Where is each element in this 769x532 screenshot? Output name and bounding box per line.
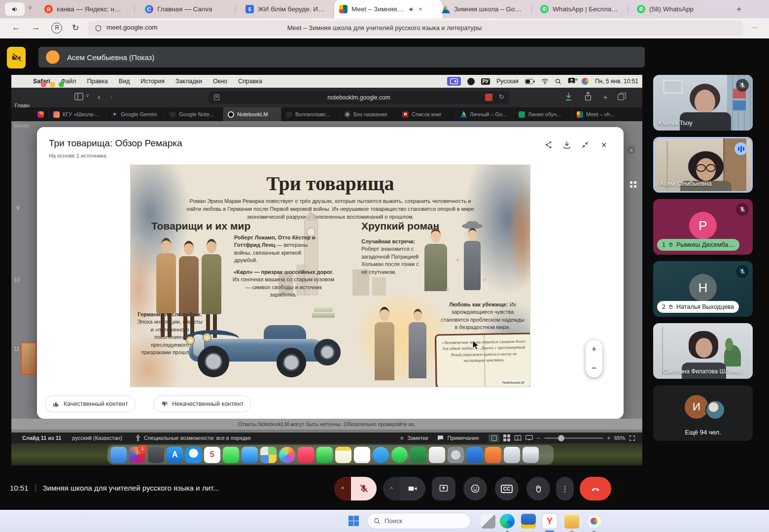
dock-icon-notes[interactable] [335,447,351,463]
reader-icon[interactable] [213,94,220,100]
dock-icon-trash[interactable] [523,447,539,463]
share-icon[interactable] [584,92,592,101]
dock-icon-photos-pinwheel[interactable] [279,447,295,463]
document-language[interactable]: русский (Казахстан) [72,435,122,441]
dock-icon-finder[interactable] [110,447,127,463]
dock-icon-pages[interactable] [429,447,445,463]
filmstrip-thumbnail-11[interactable] [21,342,36,375]
raise-hand-button[interactable] [526,477,550,500]
more-participants-tile[interactable]: И Ещё 94 чел. [653,385,753,441]
zoom-window-button[interactable] [59,82,64,87]
slide-counter[interactable]: Слайд 11 из 11 [22,435,61,441]
close-window-button[interactable] [41,82,46,87]
safari-tab-4[interactable]: Волоколамс... [281,107,340,121]
taskbar-icon-edge[interactable] [500,514,515,529]
browser-tab-meet-active[interactable]: Meet – Зимняя школ × [334,0,443,18]
dock-icon-photos[interactable]: 1 [129,447,145,463]
dock-icon-music[interactable] [298,447,314,463]
dock-icon-safari[interactable] [185,447,202,463]
browser-tab-yandex[interactable]: Я канва — Яндекс: нашлась [39,0,143,18]
safari-forward-icon[interactable]: › [110,93,112,101]
taskbar-icon-yandex-browser[interactable]: Y [542,514,557,529]
menu-window[interactable]: Окно [213,78,227,85]
tab-close-icon[interactable]: × [419,5,422,13]
participant-tile-natalya[interactable]: Н 2 Наталья Выходцева [653,261,753,317]
downloads-icon[interactable] [564,92,573,101]
zoom-in-button[interactable]: + [592,344,597,355]
blocker-badge[interactable] [485,94,492,101]
good-content-button[interactable]: Качественный контент [45,396,136,412]
input-language-label[interactable]: Русская [496,78,519,85]
dock-icon-system-settings[interactable] [448,447,464,463]
collapse-button[interactable] [579,139,591,151]
safari-tab-7[interactable]: Личный – Go... [456,107,514,121]
safari-tab-6[interactable]: RСписок книг [398,107,456,121]
dock-icon-books[interactable] [485,447,501,463]
minimize-window-button[interactable] [50,82,55,87]
zoom-slider[interactable] [544,437,603,439]
safari-tab-0[interactable]: КГУ «Школа-... [49,107,107,121]
dock-icon-messages[interactable] [223,447,239,463]
dock-icon-app-store[interactable]: A [167,447,183,463]
pinned-tab[interactable] [33,107,49,121]
panel-grid-icon[interactable] [630,181,636,188]
reactions-button[interactable] [463,477,487,500]
safari-address-bar[interactable]: notebooklm.google.com ↻ [209,91,509,104]
safari-tab-3-active[interactable]: NotebookLM [223,107,281,121]
dock-icon-telegram[interactable] [373,447,389,463]
captions-button[interactable]: CC [495,477,519,500]
windows-start-button[interactable] [349,516,359,526]
mic-options-button[interactable]: ^ [334,477,351,500]
browser-tab-whatsapp1[interactable]: ✆ WhatsApp | Бесплатный з [535,0,636,18]
dock-icon-keynote[interactable] [466,447,483,463]
taskbar-icon-widgets[interactable] [481,514,495,529]
comments-toggle[interactable]: Примечания [448,435,479,441]
fullscreen-icon[interactable] [629,435,635,441]
canvas-zoom-control[interactable]: + − [586,340,602,377]
screen-sharing-icon[interactable] [447,77,461,86]
safari-new-tab-icon[interactable]: + [603,93,608,102]
dock-icon-launchpad[interactable] [148,447,164,463]
participant-tile-rymkesh[interactable]: Р 1 Рымкеш Дюсембаева [653,199,753,255]
share-button[interactable] [543,139,555,151]
control-center-icon[interactable] [582,78,589,85]
filmstrip-slide-10[interactable]: 10 [14,277,20,283]
browser-tab-drive[interactable]: Зимняя школа – Google Д [437,0,540,18]
notes-toggle[interactable]: Заметки [408,435,428,441]
zoom-out-icon[interactable]: − [537,435,540,441]
safari-tab-5[interactable]: ⊘Без названия [340,107,398,121]
dock-icon-sheets[interactable] [410,447,426,463]
tab-audio-button[interactable] [5,2,25,16]
dock-icon-reminders[interactable] [354,447,370,463]
menu-clock[interactable]: Пн, 5 янв. 10:51 [595,78,638,85]
present-button[interactable] [432,477,455,500]
browser-tab-canva[interactable]: C Главная — Canva [140,0,241,18]
dock-icon-maps[interactable] [260,447,277,463]
new-tab-button[interactable]: + [733,3,745,16]
menu-bookmarks[interactable]: Закладки [175,78,202,85]
dock-icon-preview[interactable] [504,447,520,463]
comments-icon[interactable] [437,435,444,441]
zoom-out-button[interactable]: − [592,363,597,373]
sidebar-icon[interactable] [74,93,83,100]
filmstrip-slide-11[interactable]: 11 [14,346,19,352]
bad-content-button[interactable]: Некачественный контент [153,396,251,412]
book-view-icon[interactable] [514,435,522,441]
camera-options-button[interactable]: ^ [383,477,400,500]
shield-menu-icon[interactable] [467,78,475,85]
tab-sound-icon[interactable] [409,6,415,12]
sidebar-chevron-icon[interactable]: v [86,93,89,98]
download-button[interactable] [561,139,573,151]
more-icon[interactable]: ⋯ [751,24,758,31]
safari-tab-8[interactable]: Линия обуч... [514,107,572,121]
dock-icon-facetime[interactable] [316,447,333,463]
menu-history[interactable]: История [140,78,164,85]
filmstrip-slide-9[interactable]: 9 [16,205,19,211]
taskbar-icon-explorer[interactable] [564,514,579,529]
safari-tab-9[interactable]: Meet – vh... [572,107,630,121]
presenter-view-icon[interactable] [525,435,533,441]
presenter-banner[interactable]: Асем Сембыевна (Показ) [38,47,645,67]
filmstrip-view-button[interactable] [489,434,499,442]
menu-help[interactable]: Справка [238,78,262,85]
zoom-in-icon[interactable]: + [607,435,610,441]
